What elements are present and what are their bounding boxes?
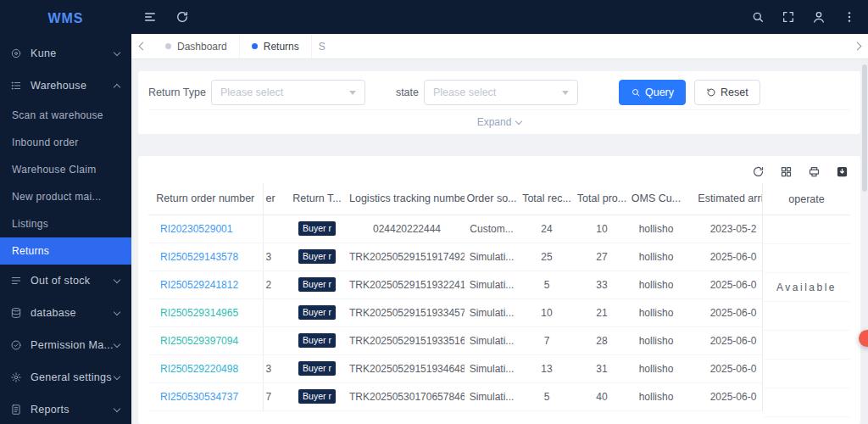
sub-item-label: New product mai... xyxy=(12,191,101,203)
table-refresh-icon[interactable] xyxy=(752,165,765,178)
permission-check-icon xyxy=(10,339,23,352)
return-order-link[interactable]: RI250529143578 xyxy=(160,251,238,263)
return-type-tag: Buyer r xyxy=(298,361,336,376)
cell-return-type: Buyer r xyxy=(285,382,349,410)
expand-label: Expand xyxy=(477,116,512,128)
cell-tracking: TRK202505291519322416 xyxy=(349,271,465,298)
column-settings-icon[interactable] xyxy=(780,165,793,178)
scrollbar-thumb[interactable] xyxy=(862,64,867,192)
cell-estimated-arrival: 2025-06-0 xyxy=(683,382,762,410)
sidebar-item-general-settings[interactable]: General settings xyxy=(0,361,131,393)
reset-button[interactable]: Reset xyxy=(694,80,760,105)
cell-clipped xyxy=(263,298,285,326)
cell-oms-customer: hollisho xyxy=(629,326,683,354)
chevron-right-icon xyxy=(853,42,861,51)
sidebar-item-scan-at-warehouse[interactable]: Scan at warehouse xyxy=(0,102,131,129)
out-of-stock-icon xyxy=(10,275,23,287)
tab-partial[interactable]: S xyxy=(312,34,332,59)
cell-estimated-arrival: 2025-06-0 xyxy=(683,243,762,271)
sidebar-item-returns[interactable]: Returns xyxy=(0,237,131,265)
cell-oms-customer: hollisho xyxy=(629,354,683,382)
return-order-link[interactable]: RI250529241812 xyxy=(160,279,238,291)
topbar xyxy=(131,0,868,34)
sidebar-item-reports[interactable]: Reports xyxy=(0,393,131,424)
sidebar-item-database[interactable]: database xyxy=(0,297,131,329)
cell-estimated-arrival: 2025-06-0 xyxy=(683,354,762,382)
return-order-link[interactable]: RI250529220498 xyxy=(160,363,238,375)
print-icon[interactable] xyxy=(808,165,821,178)
cell-total-received: 10 xyxy=(519,298,575,326)
operate-cell xyxy=(763,302,850,331)
search-icon[interactable] xyxy=(751,10,765,24)
reset-button-label: Reset xyxy=(721,86,748,98)
chevron-down-icon xyxy=(562,91,569,95)
warehouse-list-icon xyxy=(10,80,23,92)
cell-clipped: 2 xyxy=(263,271,285,298)
user-icon[interactable] xyxy=(812,10,826,24)
operate-cell xyxy=(763,360,850,388)
sidebar-item-listings[interactable]: Listings xyxy=(0,210,131,237)
sidebar-item-permission-management[interactable]: Permission Ma... xyxy=(0,329,131,361)
sidebar-item-new-product[interactable]: New product mai... xyxy=(0,183,131,210)
return-order-link[interactable]: RI250529314965 xyxy=(160,307,238,319)
cell-total-product: 40 xyxy=(575,382,629,410)
reset-icon xyxy=(706,87,716,98)
sub-item-label: Warehouse Claim xyxy=(12,164,96,176)
operate-cell xyxy=(763,388,850,417)
cell-oms-customer: hollisho xyxy=(629,382,683,410)
tabs-scroll-right-button[interactable] xyxy=(846,34,868,59)
return-type-select[interactable]: Please select xyxy=(211,80,365,105)
main-area: Dashboard Returns S Return Type Please s… xyxy=(131,0,868,424)
more-vertical-icon[interactable] xyxy=(843,10,856,24)
cell-order-source: Simulati... xyxy=(465,243,519,271)
cell-return-type: Buyer r xyxy=(285,271,349,298)
returns-table-panel: Return order number er Return T... Logis… xyxy=(138,156,860,424)
sidebar-item-warehouse-claim[interactable]: Warehouse Claim xyxy=(0,156,131,183)
return-order-link[interactable]: RI250530534737 xyxy=(160,391,238,403)
return-order-link[interactable]: RI20230529001 xyxy=(160,223,232,235)
cell-oms-customer: hollisho xyxy=(629,298,683,326)
cell-clipped xyxy=(263,215,285,243)
cell-order-source: Custom... xyxy=(465,215,519,243)
sidebar-item-out-of-stock[interactable]: Out of stock xyxy=(0,265,131,297)
tab-label: S xyxy=(319,41,326,53)
cell-return-order: RI20230529001 xyxy=(148,215,263,243)
expand-toggle[interactable]: Expand xyxy=(477,116,522,128)
filter-panel: Return Type Please select state Please s… xyxy=(138,71,860,134)
operate-cell xyxy=(763,244,850,273)
return-order-link[interactable]: RI250529397094 xyxy=(160,335,238,347)
query-button[interactable]: Query xyxy=(619,80,686,105)
operate-column: operate Available xyxy=(762,183,850,411)
fullscreen-icon[interactable] xyxy=(782,10,795,24)
sidebar-item-label: database xyxy=(31,307,76,319)
sidebar-item-kune[interactable]: Kune xyxy=(0,37,131,70)
refresh-icon[interactable] xyxy=(175,10,189,24)
table-row: RI250529314965 Buyer r TRK20250529151933… xyxy=(148,298,762,326)
return-type-tag: Buyer r xyxy=(298,221,336,236)
cell-total-product: 21 xyxy=(575,298,629,326)
chevron-left-icon xyxy=(138,42,147,51)
cell-return-order: RI250529241812 xyxy=(148,271,263,298)
sub-item-label: Returns xyxy=(12,245,49,257)
search-icon xyxy=(631,87,641,98)
return-type-tag: Buyer r xyxy=(298,389,336,404)
tab-dashboard[interactable]: Dashboard xyxy=(153,34,240,59)
column-header: Total pro... xyxy=(575,183,629,215)
collapse-menu-icon[interactable] xyxy=(143,10,157,24)
cell-total-received: 24 xyxy=(519,215,575,243)
column-header: Order so... xyxy=(465,183,519,215)
chevron-down-icon xyxy=(114,48,120,55)
export-icon[interactable] xyxy=(836,165,849,178)
tabs-scroll-left-button[interactable] xyxy=(131,34,153,59)
chevron-down-icon xyxy=(114,308,120,315)
state-select[interactable]: Please select xyxy=(424,80,578,105)
sidebar-item-label: Warehouse xyxy=(31,80,86,92)
sidebar-item-warehouse[interactable]: Warehouse xyxy=(0,70,131,102)
table-header-row: Return order number er Return T... Logis… xyxy=(148,183,762,215)
document-icon xyxy=(10,404,23,416)
sidebar-item-inbound-order[interactable]: Inbound order xyxy=(0,129,131,156)
cell-total-product: 28 xyxy=(575,326,629,354)
table-row: RI250529220498 3 Buyer r TRK202505291519… xyxy=(148,354,762,382)
cell-total-received: 5 xyxy=(519,382,575,410)
tab-returns[interactable]: Returns xyxy=(240,34,312,59)
